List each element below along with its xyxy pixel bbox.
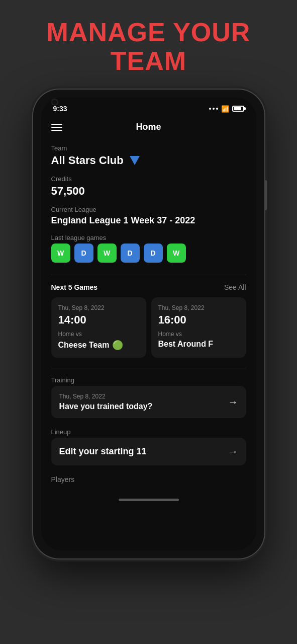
- game-card-2-venue: Home vs: [158, 331, 239, 338]
- game-result-6: W: [167, 244, 186, 263]
- headline-line2: TEAM: [111, 46, 186, 75]
- signal-icon: [209, 108, 218, 110]
- page-headline: MANAGE YOUR TEAM: [47, 0, 251, 90]
- phone-screen: 9:33 📶 Home: [41, 98, 256, 550]
- camera-notch: [51, 99, 58, 106]
- training-card[interactable]: Thu, Sep 8, 2022 Have you trained today?…: [51, 386, 246, 418]
- lineup-section: Lineup Edit your starting 11 →: [51, 428, 246, 465]
- lineup-label: Lineup: [51, 428, 246, 436]
- next-games-header: Next 5 Games See All: [51, 283, 246, 291]
- team-name-row: All Stars Club: [51, 154, 246, 167]
- nav-title: Home: [136, 122, 161, 132]
- game-result-5: D: [144, 244, 163, 263]
- players-label: Players: [51, 475, 246, 484]
- team-name: All Stars Club: [51, 154, 124, 167]
- status-icons: 📶: [209, 105, 244, 113]
- game-card-1-opponent: Cheese Team: [58, 341, 110, 350]
- game-result-3: W: [97, 244, 117, 263]
- game-card-1-time: 14:00: [58, 313, 139, 327]
- training-card-inner: Thu, Sep 8, 2022 Have you trained today?: [59, 393, 228, 411]
- credits-value: 57,500: [51, 185, 246, 198]
- battery-icon: [232, 106, 244, 112]
- lineup-arrow-icon: →: [228, 446, 238, 457]
- see-all-link[interactable]: See All: [224, 283, 246, 291]
- game-result-1: W: [51, 244, 70, 263]
- game-card-2-date: Thu, Sep 8, 2022: [158, 304, 239, 311]
- nav-bar: Home: [41, 116, 256, 136]
- game-card-1-date: Thu, Sep 8, 2022: [58, 304, 139, 311]
- team-badge-icon: [130, 156, 140, 165]
- last-games-row: W D W D D W: [51, 244, 246, 263]
- league-label: Current League: [51, 206, 246, 213]
- team-label: Team: [51, 144, 246, 152]
- headline-line1: MANAGE YOUR: [47, 18, 251, 47]
- status-time: 9:33: [53, 105, 67, 113]
- training-text: Have you trained today?: [59, 402, 228, 411]
- home-indicator: [41, 492, 256, 506]
- lineup-card[interactable]: Edit your starting 11 →: [51, 438, 246, 465]
- wifi-icon: 📶: [221, 105, 229, 113]
- training-label: Training: [51, 376, 246, 384]
- training-date: Thu, Sep 8, 2022: [59, 393, 228, 400]
- game-cards-row: Thu, Sep 8, 2022 14:00 Home vs Cheese Te…: [51, 297, 246, 358]
- divider-2: [51, 368, 246, 368]
- phone-frame: 9:33 📶 Home: [33, 90, 264, 558]
- lineup-text: Edit your starting 11: [59, 446, 147, 457]
- divider: [51, 275, 246, 275]
- game-result-2: D: [74, 244, 93, 263]
- status-bar: 9:33 📶: [41, 98, 256, 116]
- game-result-4: D: [121, 244, 140, 263]
- main-content: Team All Stars Club Credits 57,500 Curre…: [41, 136, 256, 492]
- home-bar: [119, 499, 179, 501]
- game-card-1-opponent-row: Cheese Team 🟢: [58, 340, 139, 351]
- game-card-2-opponent-row: Best Around F: [158, 340, 239, 349]
- training-arrow-icon: →: [228, 396, 238, 408]
- game-card-1-venue: Home vs: [58, 331, 139, 338]
- hamburger-menu-icon[interactable]: [51, 124, 62, 131]
- league-name: England League 1 Week 37 - 2022: [51, 215, 246, 226]
- next-games-title: Next 5 Games: [51, 283, 98, 291]
- shirt-icon: 🟢: [112, 340, 123, 351]
- game-card-2-opponent: Best Around F: [158, 340, 214, 349]
- last-games-label: Last league games: [51, 234, 246, 242]
- training-section: Training Thu, Sep 8, 2022 Have you train…: [51, 376, 246, 418]
- credits-label: Credits: [51, 175, 246, 183]
- game-card-1[interactable]: Thu, Sep 8, 2022 14:00 Home vs Cheese Te…: [51, 297, 146, 358]
- game-card-2[interactable]: Thu, Sep 8, 2022 16:00 Home vs Best Arou…: [151, 297, 246, 358]
- game-card-2-time: 16:00: [158, 313, 239, 327]
